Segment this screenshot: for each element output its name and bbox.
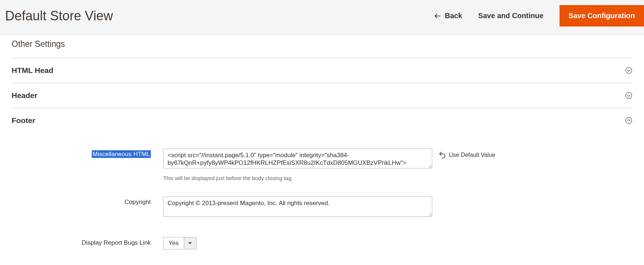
accordion-header[interactable]: Header [12, 83, 632, 108]
bugs-link-label: Display Report Bugs Link [12, 237, 163, 246]
undo-icon [439, 151, 446, 159]
content: Other Settings HTML Head Header Footer M… [0, 35, 644, 254]
arrow-left-icon [434, 12, 441, 20]
chevron-up-circle-icon [625, 117, 632, 124]
accordion-header-label: Header [12, 91, 37, 100]
copyright-label: Copyright [12, 196, 163, 206]
copyright-textarea[interactable] [163, 196, 432, 217]
use-default-value-label: Use Default Value [449, 152, 495, 158]
svg-marker-4 [188, 242, 192, 244]
misc-html-label: Miscellaneous HTML [12, 148, 163, 158]
page-header: Default Store View Back Save and Continu… [0, 0, 644, 35]
accordion-footer-label: Footer [12, 116, 35, 125]
bugs-link-select[interactable]: Yes [163, 237, 197, 249]
svg-point-2 [626, 93, 632, 99]
copyright-row: Copyright [12, 196, 632, 237]
back-button[interactable]: Back [434, 12, 462, 20]
use-default-value[interactable]: Use Default Value [432, 148, 495, 159]
footer-form: Miscellaneous HTML This will be displaye… [12, 133, 632, 254]
section-heading: Other Settings [12, 35, 632, 58]
chevron-down-circle-icon [625, 67, 632, 74]
back-button-label: Back [445, 12, 462, 20]
save-continue-button[interactable]: Save and Continue [478, 12, 544, 20]
accordion-html-head-label: HTML Head [12, 66, 53, 75]
misc-html-textarea[interactable] [163, 148, 432, 168]
svg-point-1 [626, 68, 632, 74]
save-configuration-button[interactable]: Save Configuration [560, 5, 644, 26]
header-actions: Back Save and Continue Save Configuratio… [434, 5, 644, 26]
bugs-link-select-toggle[interactable] [184, 237, 197, 249]
chevron-down-circle-icon [625, 92, 632, 99]
misc-html-row: Miscellaneous HTML This will be displaye… [12, 148, 632, 196]
bugs-link-select-value: Yes [163, 237, 184, 249]
bugs-link-row: Display Report Bugs Link Yes [12, 237, 632, 254]
svg-point-3 [626, 118, 632, 124]
accordion-html-head[interactable]: HTML Head [12, 58, 632, 83]
misc-html-hint: This will be displayed just before the b… [163, 170, 432, 192]
page-title: Default Store View [5, 8, 113, 24]
accordion-footer[interactable]: Footer [12, 108, 632, 133]
caret-down-icon [188, 241, 192, 245]
